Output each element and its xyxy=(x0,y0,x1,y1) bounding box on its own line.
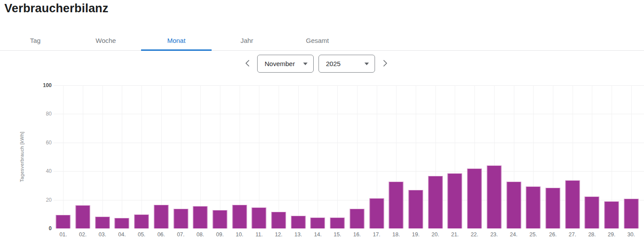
bar-day-01[interactable] xyxy=(56,215,71,228)
x-tick-label: 07. xyxy=(171,231,191,238)
bar-day-23[interactable] xyxy=(487,165,501,228)
chart-band xyxy=(347,85,367,228)
x-tick-label: 06. xyxy=(152,231,171,238)
period-selector: November 2025 xyxy=(242,55,390,73)
x-tick-label: 03. xyxy=(92,231,112,238)
x-axis: 01.02.03.04.05.06.07.08.09.10.11.12.13.1… xyxy=(53,231,641,238)
y-tick-label: 40 xyxy=(31,168,52,174)
tab-tag[interactable]: Tag xyxy=(0,31,71,50)
chart-band xyxy=(152,85,171,228)
chart-band xyxy=(484,85,504,228)
x-tick-label: 09. xyxy=(210,231,230,238)
y-axis-title: Tagesverbrauch [kWh] xyxy=(19,85,25,228)
chart-band xyxy=(288,85,308,228)
y-tick-label: 20 xyxy=(31,197,52,203)
y-tick-label: 60 xyxy=(31,140,52,146)
gridline-vertical xyxy=(142,85,142,228)
chart-band xyxy=(132,85,152,228)
x-tick-label: 24. xyxy=(504,231,524,238)
bar-day-10[interactable] xyxy=(232,205,247,228)
tab-woche[interactable]: Woche xyxy=(71,31,141,50)
bar-day-30[interactable] xyxy=(624,199,638,228)
gridline-vertical xyxy=(279,85,279,228)
x-tick-label: 30. xyxy=(621,231,641,238)
chart-band xyxy=(53,85,73,228)
bar-day-12[interactable] xyxy=(272,212,286,228)
bar-day-16[interactable] xyxy=(350,209,364,228)
chart-band xyxy=(602,85,622,228)
gridline-vertical xyxy=(220,85,220,228)
chart-band xyxy=(425,85,445,228)
chart-band xyxy=(543,85,563,228)
x-tick-label: 02. xyxy=(73,231,93,238)
gridline-vertical xyxy=(103,85,103,228)
x-tick-label: 14. xyxy=(308,231,328,238)
tab-jahr[interactable]: Jahr xyxy=(212,31,282,50)
year-select[interactable]: 2025 xyxy=(318,55,375,73)
previous-period-button[interactable] xyxy=(242,58,252,70)
bar-day-26[interactable] xyxy=(545,188,560,228)
x-tick-label: 15. xyxy=(328,231,347,238)
bar-day-21[interactable] xyxy=(448,173,462,228)
chart-band xyxy=(386,85,406,228)
bar-day-28[interactable] xyxy=(585,196,599,228)
x-tick-label: 27. xyxy=(563,231,582,238)
bar-day-24[interactable] xyxy=(506,182,521,228)
bar-day-22[interactable] xyxy=(467,168,482,228)
y-tick-label: 100 xyxy=(31,82,52,88)
month-select[interactable]: November xyxy=(257,55,314,73)
bar-day-17[interactable] xyxy=(369,198,384,228)
x-tick-label: 16. xyxy=(347,231,367,238)
year-select-value: 2025 xyxy=(326,60,340,67)
gridline-vertical xyxy=(63,85,64,228)
chart-band xyxy=(269,85,289,228)
bar-day-13[interactable] xyxy=(291,216,305,228)
daily-consumption-bar-chart: Tagesverbrauch [kWh] 020406080100 01.02.… xyxy=(0,85,644,242)
chart-band xyxy=(524,85,543,228)
bar-day-11[interactable] xyxy=(252,207,266,228)
chart-band xyxy=(445,85,465,228)
bar-day-02[interactable] xyxy=(76,205,90,228)
bar-day-29[interactable] xyxy=(605,201,619,228)
bar-day-18[interactable] xyxy=(389,182,403,228)
chart-band xyxy=(406,85,426,228)
x-tick-label: 05. xyxy=(132,231,152,238)
bar-day-08[interactable] xyxy=(193,206,208,228)
gridline-vertical xyxy=(298,85,299,228)
x-tick-label: 19. xyxy=(406,231,426,238)
chart-band xyxy=(230,85,249,228)
bar-day-06[interactable] xyxy=(154,205,168,228)
bar-day-15[interactable] xyxy=(330,217,345,229)
x-tick-label: 17. xyxy=(367,231,386,238)
bar-day-14[interactable] xyxy=(311,217,325,228)
bar-day-20[interactable] xyxy=(428,176,442,228)
x-tick-label: 11. xyxy=(249,231,269,238)
chart-band xyxy=(171,85,191,228)
bar-day-25[interactable] xyxy=(526,186,541,228)
gridline-vertical xyxy=(259,85,259,228)
x-tick-label: 29. xyxy=(602,231,622,238)
chart-band xyxy=(465,85,485,228)
next-period-button[interactable] xyxy=(380,58,390,70)
bar-day-04[interactable] xyxy=(115,218,129,228)
chart-band xyxy=(367,85,386,228)
chart-band xyxy=(210,85,230,228)
verbraucherbilanz-page: Verbraucherbilanz Tag Woche Monat Jahr G… xyxy=(0,0,644,242)
x-tick-label: 04. xyxy=(112,231,132,238)
bar-day-27[interactable] xyxy=(565,180,580,228)
tab-bar: Tag Woche Monat Jahr Gesamt xyxy=(0,31,644,51)
bar-day-09[interactable] xyxy=(212,210,227,228)
y-tick-label: 80 xyxy=(31,111,52,117)
bar-day-03[interactable] xyxy=(95,217,110,228)
tab-gesamt[interactable]: Gesamt xyxy=(282,31,353,50)
chart-band xyxy=(563,85,582,228)
gridline-vertical xyxy=(318,85,318,228)
x-tick-label: 21. xyxy=(445,231,465,238)
chevron-down-icon xyxy=(303,63,308,65)
chart-band xyxy=(308,85,328,228)
x-tick-label: 13. xyxy=(288,231,308,238)
bar-day-19[interactable] xyxy=(409,190,423,228)
bar-day-05[interactable] xyxy=(134,214,149,228)
bar-day-07[interactable] xyxy=(173,209,188,228)
tab-monat[interactable]: Monat xyxy=(141,31,212,50)
